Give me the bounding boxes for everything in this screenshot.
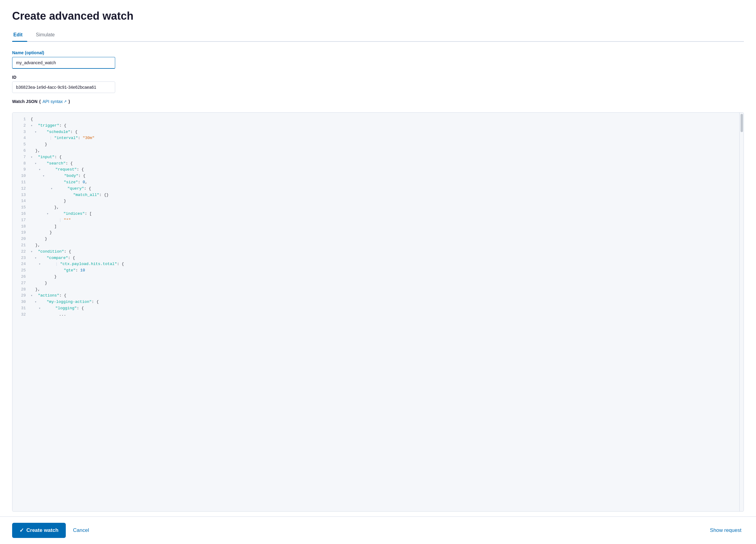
code-content[interactable]: { ▾ "trigger": { ▾ "schedule": { | "inte… bbox=[28, 113, 564, 511]
scrollbar-thumb[interactable] bbox=[741, 114, 743, 132]
show-request-button[interactable]: Show request bbox=[707, 523, 744, 538]
api-syntax-link[interactable]: API syntax ↗ bbox=[42, 99, 67, 104]
id-input[interactable] bbox=[12, 82, 115, 93]
name-input[interactable] bbox=[12, 57, 115, 69]
scrollbar-track[interactable] bbox=[739, 113, 744, 511]
create-watch-label: Create watch bbox=[26, 527, 59, 533]
create-watch-button[interactable]: ✓ Create watch bbox=[12, 523, 66, 538]
api-syntax-text: API syntax bbox=[42, 99, 63, 104]
id-field-group: ID bbox=[12, 75, 744, 93]
editor-right-panel bbox=[564, 113, 739, 511]
watch-json-label-group: Watch JSON ( API syntax ↗ ) bbox=[12, 99, 744, 104]
form-section: Name (optional) ID Watch JSON ( API synt… bbox=[12, 50, 744, 106]
tab-simulate[interactable]: Simulate bbox=[35, 30, 59, 41]
footer-left: ✓ Create watch Cancel bbox=[12, 523, 92, 538]
name-label: Name (optional) bbox=[12, 50, 744, 55]
id-label: ID bbox=[12, 75, 744, 80]
line-numbers: 1 2 3 4 5 6 7 8 9 10 11 12 13 14 15 16 1… bbox=[12, 113, 28, 511]
name-field-group: Name (optional) bbox=[12, 50, 744, 69]
json-editor[interactable]: 1 2 3 4 5 6 7 8 9 10 11 12 13 14 15 16 1… bbox=[12, 112, 744, 512]
cancel-button[interactable]: Cancel bbox=[71, 523, 92, 538]
tabs-bar: Edit Simulate bbox=[12, 30, 744, 42]
check-icon: ✓ bbox=[19, 527, 24, 534]
watch-json-text: Watch JSON bbox=[12, 99, 38, 104]
external-link-icon: ↗ bbox=[64, 99, 67, 104]
paren-open: ( bbox=[39, 99, 41, 104]
page-title: Create advanced watch bbox=[12, 10, 744, 22]
footer-bar: ✓ Create watch Cancel Show request bbox=[0, 516, 756, 544]
paren-close: ) bbox=[69, 99, 70, 104]
tab-edit[interactable]: Edit bbox=[12, 30, 27, 41]
